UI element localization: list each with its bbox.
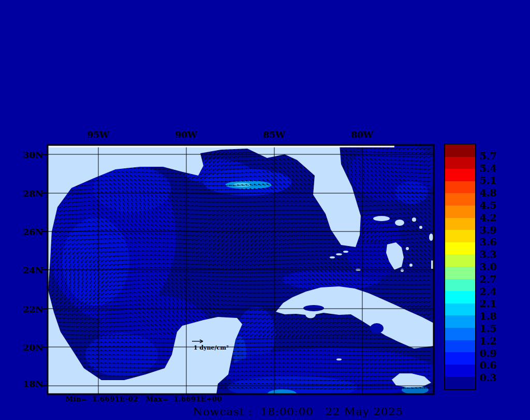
x-axis-label-85w: 85W	[259, 129, 290, 140]
colorbar-segment-2	[445, 169, 475, 181]
x-axis-label-80w: 80W	[347, 129, 378, 140]
colorbar-label: 1.5	[480, 324, 516, 334]
min-max-stats: Min= 1.6691E-02 Max= 1.6691E+00	[66, 395, 222, 403]
land-grand-bahama	[373, 216, 390, 221]
colorbar	[444, 143, 476, 390]
y-axis-label-22n: 22N	[12, 304, 43, 314]
land-bahama-cay	[409, 264, 413, 267]
colorbar-label: 3.0	[480, 262, 516, 272]
colorbar-segment-3	[445, 181, 475, 194]
colorbar-segment-1	[445, 157, 475, 169]
colorbar-label: 1.8	[480, 311, 516, 321]
land-bahama-cay	[412, 218, 416, 222]
land-florida-keys	[336, 253, 342, 255]
colorbar-segment-6	[445, 218, 475, 230]
land-bahama-cay	[401, 269, 404, 272]
y-axis-label-24n: 24N	[12, 265, 43, 276]
colorbar-label: 3.6	[480, 237, 516, 247]
top-white-strip	[48, 146, 394, 148]
colorbar-segment-12	[445, 291, 475, 303]
colorbar-segment-13	[445, 303, 475, 316]
colorbar-segment-14	[445, 315, 475, 328]
colorbar-segment-7	[445, 230, 475, 242]
colorbar-segment-5	[445, 206, 475, 218]
colorbar-label: 4.2	[480, 213, 516, 223]
land-grand-cayman	[336, 358, 342, 360]
colorbar-label: 3.9	[480, 225, 516, 235]
nowcast-wind-stress-plot: { "colors": { "page_bg": "#0000A0", "lan…	[0, 0, 530, 420]
land-florida-keys	[330, 256, 335, 258]
colorbar-segment-15	[445, 328, 475, 340]
colorbar-segment-9	[445, 254, 475, 267]
y-axis-label-20n: 20N	[12, 342, 43, 353]
colorbar-label: 3.3	[480, 250, 516, 259]
colorbar-label: 0.9	[480, 349, 516, 358]
colorbar-label: 5.7	[480, 151, 516, 161]
colorbar-segment-8	[445, 242, 475, 255]
y-axis-label-18n: 18N	[12, 379, 43, 389]
y-axis-label-30n: 30N	[12, 150, 43, 160]
plot-title: Nowcast : 18:00:00 22 May 2025	[193, 405, 403, 418]
y-axis-label-26n: 26N	[12, 227, 43, 237]
reference-vector-label: 1 dyne/cm²	[194, 344, 229, 351]
colorbar-label: 2.4	[480, 287, 516, 297]
x-axis-label-95w: 95W	[83, 129, 114, 140]
colorbar-segment-0	[445, 144, 475, 157]
colorbar-label: 5.1	[480, 176, 516, 185]
land-bahama-cay	[406, 247, 409, 250]
land-florida-keys	[343, 251, 348, 253]
land-isla-juventud	[305, 311, 316, 318]
colorbar-label: 2.7	[480, 274, 516, 284]
land-abaco	[395, 220, 404, 226]
colorbar-label: 0.6	[480, 360, 516, 370]
land-bahama-cay	[419, 226, 422, 229]
colorbar-segment-16	[445, 340, 475, 353]
colorbar-label: 0.3	[480, 373, 516, 383]
colorbar-label: 2.1	[480, 299, 516, 309]
colorbar-label: 5.4	[480, 164, 516, 173]
colorbar-label: 1.2	[480, 336, 516, 346]
land-eleuthera	[429, 234, 433, 241]
colorbar-segment-18	[445, 365, 475, 377]
colorbar-segment-11	[445, 279, 475, 292]
y-axis-label-28n: 28N	[12, 189, 43, 199]
colorbar-segment-19	[445, 376, 475, 389]
colorbar-segment-10	[445, 267, 475, 279]
x-axis-label-90w: 90W	[171, 129, 202, 140]
colorbar-segment-4	[445, 193, 475, 206]
colorbar-segment-17	[445, 352, 475, 365]
colorbar-label: 4.5	[480, 200, 516, 210]
colorbar-label: 4.8	[480, 188, 516, 198]
